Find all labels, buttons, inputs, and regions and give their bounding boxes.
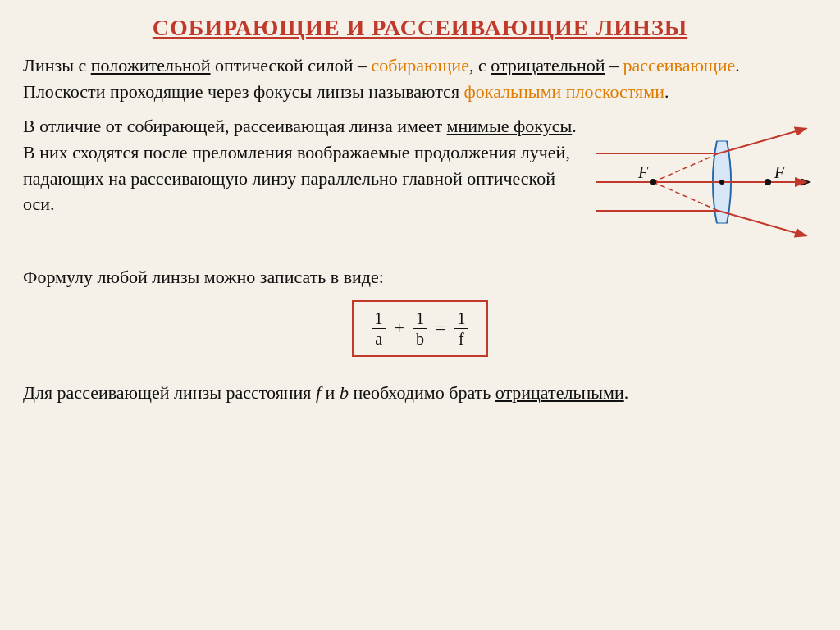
- svg-line-6: [719, 211, 805, 235]
- paragraph-2: В отличие от собирающей, рассеивающая ли…: [23, 113, 579, 218]
- lens-diagram: F F: [587, 116, 817, 248]
- para4-text1: Для рассеивающей линзы расстояния: [23, 382, 316, 403]
- frac2-numerator: 1: [413, 308, 427, 329]
- svg-point-13: [719, 180, 724, 185]
- para1-underline2: отрицательной: [491, 55, 605, 75]
- para1-text2: оптической силой –: [211, 55, 372, 75]
- section-with-diagram: В отличие от собирающей, рассеивающая ли…: [23, 113, 817, 253]
- svg-line-8: [653, 182, 719, 211]
- para1-text3: , с: [469, 55, 491, 75]
- frac2-denominator: b: [413, 329, 427, 349]
- fraction-1: 1 a: [372, 308, 386, 349]
- paragraph-4: Для рассеивающей линзы расстояния f и b …: [23, 380, 817, 406]
- svg-line-4: [719, 129, 805, 153]
- frac3-denominator: f: [455, 329, 468, 349]
- equals-sign: =: [436, 315, 445, 341]
- para1-orange3: фокальными плоскостями: [464, 81, 664, 102]
- frac1-numerator: 1: [372, 308, 386, 329]
- diagram-block: F F: [587, 116, 817, 253]
- formula-box: 1 a + 1 b = 1 f: [352, 300, 489, 357]
- para1-orange2: рассеивающие: [623, 55, 735, 75]
- formula-section: Формулу любой линзы можно записать в вид…: [23, 264, 817, 362]
- para4-text2: и: [321, 382, 340, 403]
- fraction-3: 1 f: [454, 308, 468, 349]
- paragraph-1: Линзы с положительной оптической силой –…: [23, 52, 817, 105]
- svg-line-7: [653, 153, 719, 182]
- formula-line: 1 a + 1 b = 1 f: [368, 308, 472, 349]
- para4-underline1: отрицательными: [495, 382, 624, 403]
- para2-text1: В отличие от собирающей, рассеивающая ли…: [23, 116, 447, 136]
- svg-text:F: F: [774, 163, 785, 181]
- fraction-2: 1 b: [413, 308, 427, 349]
- para4-text3: необходимо брать: [349, 382, 495, 403]
- frac1-denominator: a: [372, 329, 386, 349]
- svg-point-9: [650, 179, 656, 185]
- paragraph-3: Формулу любой линзы можно записать в вид…: [23, 264, 817, 290]
- para1-text1: Линзы с: [23, 55, 91, 75]
- para4-text4: .: [624, 382, 629, 403]
- para4-var2: b: [340, 382, 349, 403]
- page-title: СОБИРАЮЩИЕ И РАССЕИВАЮЩИЕ ЛИНЗЫ: [23, 15, 817, 41]
- svg-point-11: [765, 179, 771, 185]
- para2-underline1: мнимые фокусы: [447, 116, 573, 136]
- para1-text4: –: [605, 55, 623, 75]
- plus-sign: +: [395, 315, 404, 341]
- para3-text: Формулу любой линзы можно записать в вид…: [23, 267, 384, 287]
- para1-text6: .: [664, 81, 669, 102]
- frac3-numerator: 1: [454, 308, 468, 329]
- paragraph-2-text: В отличие от собирающей, рассеивающая ли…: [23, 113, 579, 218]
- para1-underline1: положительной: [91, 55, 211, 75]
- para1-orange1: собирающие: [371, 55, 468, 75]
- svg-text:F: F: [637, 163, 649, 181]
